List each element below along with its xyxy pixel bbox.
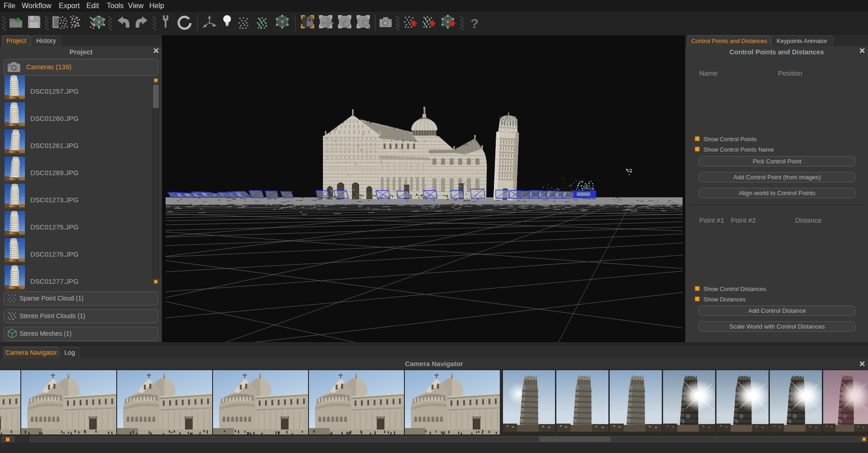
svg-text:?: ? <box>470 16 479 31</box>
